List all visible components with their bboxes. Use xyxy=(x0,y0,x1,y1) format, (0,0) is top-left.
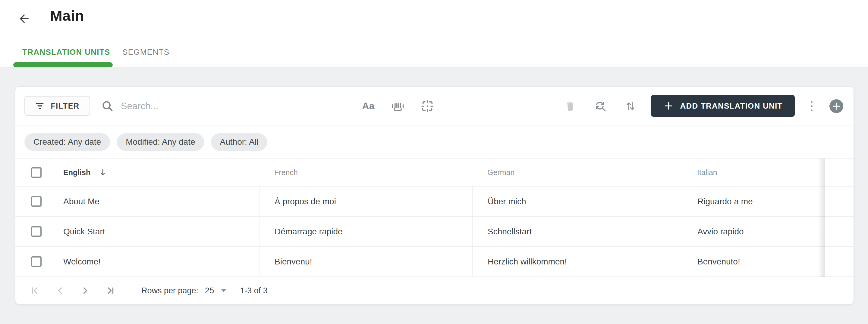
previous-page-button[interactable] xyxy=(55,285,65,296)
cell-italian: Riguardo a me xyxy=(682,186,824,216)
delete-icon[interactable] xyxy=(563,99,577,113)
find-replace-icon[interactable] xyxy=(593,99,607,113)
rows-per-page-label: Rows per page: xyxy=(141,286,198,295)
page-title: Main xyxy=(50,7,84,24)
pagination-bar: Rows per page: 25 1-3 of 3 xyxy=(16,277,854,304)
cell-german: Schnellstart xyxy=(472,217,682,246)
row-checkbox[interactable] xyxy=(31,256,41,267)
chip-created[interactable]: Created: Any date xyxy=(24,133,110,151)
translation-units-card: FILTER Aa xyxy=(16,87,854,304)
table-row[interactable]: Welcome! Bienvenu! Herzlich willkommen! … xyxy=(16,247,854,277)
sort-vertical-icon[interactable] xyxy=(624,99,638,113)
plus-icon xyxy=(663,101,674,111)
toolbar-actions xyxy=(563,87,638,125)
tab-translation-units[interactable]: TRANSLATION UNITS xyxy=(22,47,110,57)
header-cell-english[interactable]: English xyxy=(16,158,259,186)
last-page-button[interactable] xyxy=(105,285,116,296)
selection-frame-icon[interactable] xyxy=(421,99,434,113)
cell-spacer xyxy=(824,186,854,216)
column-header-english: English xyxy=(63,168,90,177)
kebab-dot xyxy=(811,101,812,103)
cell-english: Quick Start xyxy=(63,227,105,237)
arrow-left-icon xyxy=(18,12,31,25)
cell-french: Démarrage rapide xyxy=(259,217,472,246)
tab-segments[interactable]: SEGMENTS xyxy=(122,47,169,57)
chevron-right-icon xyxy=(80,285,91,296)
translation-units-screen: Main TRANSLATION UNITS SEGMENTS FILTER xyxy=(0,0,868,324)
chip-author[interactable]: Author: All xyxy=(211,133,268,151)
cell-italian: Avvio rapido xyxy=(682,217,824,246)
filter-chips-row: Created: Any date Modified: Any date Aut… xyxy=(16,125,854,158)
cell-spacer xyxy=(824,247,854,277)
search-icon xyxy=(101,100,114,113)
cell-english: About Me xyxy=(63,197,99,206)
select-all-checkbox[interactable] xyxy=(31,167,41,178)
back-button[interactable] xyxy=(17,11,31,26)
filter-button[interactable]: FILTER xyxy=(24,96,90,116)
plus-icon xyxy=(832,102,841,110)
kebab-dot xyxy=(811,109,812,111)
page-first-icon xyxy=(29,285,40,296)
more-options-button[interactable] xyxy=(805,87,818,125)
cell-english: Welcome! xyxy=(63,257,101,266)
match-case-icon[interactable]: Aa xyxy=(361,99,375,113)
column-header-german[interactable]: German xyxy=(472,158,682,186)
table-header: English French German Italian xyxy=(16,158,854,186)
cell-french: À propos de moi xyxy=(259,186,472,216)
cell-german: Über mich xyxy=(472,186,682,216)
table-row[interactable]: About Me À propos de moi Über mich Rigua… xyxy=(16,186,854,217)
column-header-french[interactable]: French xyxy=(259,158,472,186)
page-last-icon xyxy=(105,285,116,296)
search-box xyxy=(101,87,336,125)
add-translation-unit-label: ADD TRANSLATION UNIT xyxy=(680,101,783,111)
chevron-left-icon xyxy=(55,285,65,296)
filter-list-icon xyxy=(35,101,44,111)
rows-per-page-value[interactable]: 25 xyxy=(205,286,214,295)
app-header: Main TRANSLATION UNITS SEGMENTS xyxy=(0,0,868,67)
fab-add-button[interactable] xyxy=(830,99,843,113)
rows-per-page-caret-icon[interactable] xyxy=(221,289,226,292)
cell-spacer xyxy=(824,217,854,246)
header-cell-spacer xyxy=(824,158,854,186)
cell-italian: Benvenuto! xyxy=(682,247,824,277)
chip-modified[interactable]: Modified: Any date xyxy=(117,133,204,151)
kebab-dot xyxy=(811,105,812,107)
next-page-button[interactable] xyxy=(80,285,91,296)
whole-word-icon[interactable] xyxy=(391,99,405,113)
filter-button-label: FILTER xyxy=(51,102,79,110)
table-row[interactable]: Quick Start Démarrage rapide Schnellstar… xyxy=(16,217,854,247)
active-tab-indicator xyxy=(13,62,113,67)
cell-french: Bienvenu! xyxy=(259,247,472,277)
cell-german: Herzlich willkommen! xyxy=(472,247,682,277)
row-checkbox[interactable] xyxy=(31,196,41,207)
row-checkbox[interactable] xyxy=(31,226,41,237)
sort-down-arrow-icon xyxy=(98,168,107,177)
add-translation-unit-button[interactable]: ADD TRANSLATION UNIT xyxy=(651,95,795,117)
first-page-button[interactable] xyxy=(29,285,40,296)
search-input[interactable] xyxy=(121,101,314,112)
toolbar: FILTER Aa xyxy=(16,87,854,125)
pagination-range: 1-3 of 3 xyxy=(240,286,268,295)
search-option-icons: Aa xyxy=(361,87,434,125)
column-header-italian[interactable]: Italian xyxy=(682,158,824,186)
